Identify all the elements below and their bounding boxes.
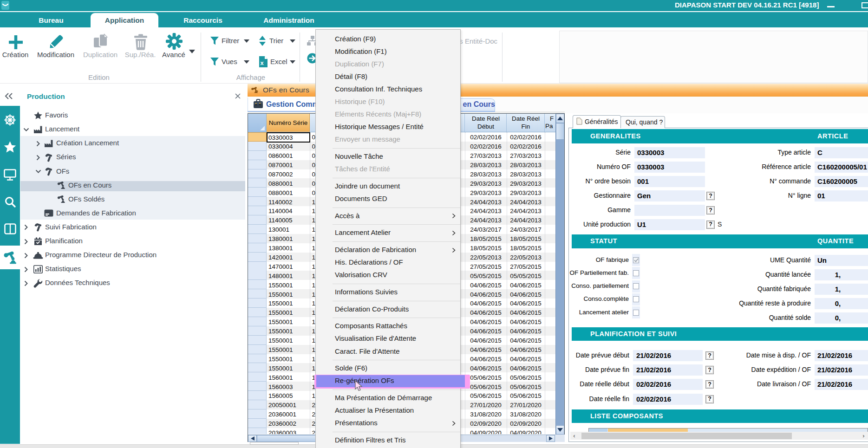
- svg-text:x: x: [260, 59, 264, 66]
